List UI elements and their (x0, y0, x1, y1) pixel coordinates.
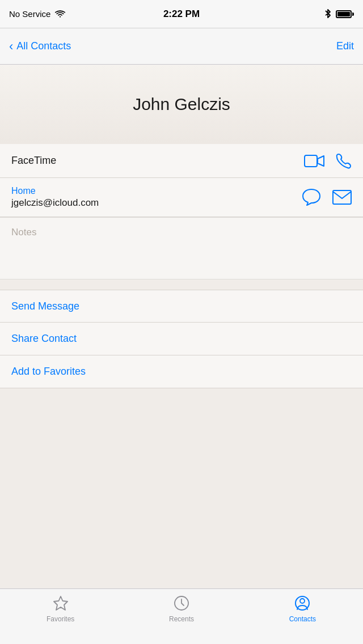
svg-rect-2 (333, 190, 351, 204)
edit-button[interactable]: Edit (336, 40, 354, 52)
add-favorites-row[interactable]: Add to Favorites (0, 355, 363, 388)
email-actions (302, 188, 352, 206)
notes-row[interactable]: Notes (0, 217, 363, 279)
status-right (324, 9, 354, 20)
back-chevron-icon: ‹ (9, 39, 13, 54)
email-label: Home (11, 186, 302, 196)
status-bar: No Service 2:22 PM (0, 0, 363, 28)
share-contact-row[interactable]: Share Contact (0, 323, 363, 355)
favorites-tab-icon (51, 594, 70, 613)
email-row[interactable]: Home jgelczis@icloud.com (0, 178, 363, 217)
send-message-row[interactable]: Send Message (0, 290, 363, 323)
contacts-tab-label: Contacts (289, 615, 316, 623)
contacts-tab-icon (293, 594, 312, 613)
favorites-tab-label: Favorites (47, 615, 74, 623)
svg-rect-0 (305, 155, 317, 167)
contact-header: John Gelczis (0, 65, 363, 144)
contact-name: John Gelczis (133, 95, 230, 114)
email-icon[interactable] (332, 190, 352, 205)
add-favorites-label: Add to Favorites (11, 366, 86, 378)
status-left: No Service (9, 9, 65, 19)
no-service-text: No Service (9, 9, 50, 19)
tab-favorites[interactable]: Favorites (27, 594, 95, 623)
message-icon[interactable] (302, 188, 321, 206)
bluetooth-icon (324, 9, 331, 20)
section-spacer (0, 279, 363, 290)
facetime-video-icon[interactable] (304, 154, 324, 168)
back-button[interactable]: ‹ All Contacts (9, 39, 71, 54)
tab-contacts[interactable]: Contacts (268, 594, 336, 623)
wifi-icon (55, 10, 65, 18)
svg-marker-3 (54, 596, 67, 610)
facetime-row[interactable]: FaceTime (0, 144, 363, 178)
facetime-phone-icon[interactable] (336, 153, 352, 169)
email-content: Home jgelczis@icloud.com (11, 186, 302, 209)
recents-tab-icon (172, 594, 191, 613)
battery-icon (336, 10, 354, 18)
share-contact-label: Share Contact (11, 333, 77, 345)
facetime-actions (304, 153, 352, 169)
back-label: All Contacts (16, 40, 71, 52)
notes-placeholder: Notes (11, 227, 36, 238)
facetime-label: FaceTime (11, 155, 56, 167)
tab-recents[interactable]: Recents (147, 594, 216, 623)
svg-point-6 (300, 599, 305, 603)
send-message-label: Send Message (11, 300, 79, 312)
email-value: jgelczis@icloud.com (11, 197, 302, 209)
recents-tab-label: Recents (169, 615, 194, 623)
svg-marker-1 (318, 156, 324, 166)
nav-bar: ‹ All Contacts Edit (0, 28, 363, 65)
status-time: 2:22 PM (163, 9, 200, 20)
tab-bar: Favorites Recents Contacts (0, 588, 363, 644)
